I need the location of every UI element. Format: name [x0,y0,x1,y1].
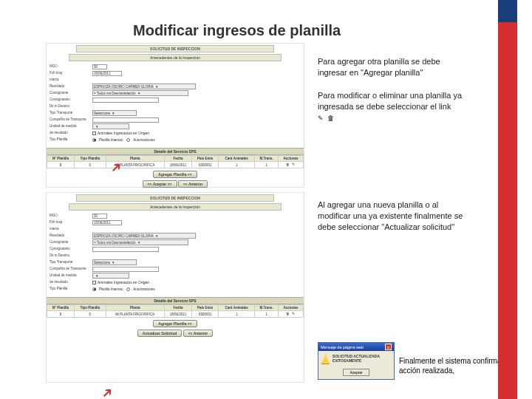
warning-icon [321,354,330,364]
close-icon[interactable]: × [385,344,392,350]
td-np-b: 8 [47,311,75,318]
mgo-input[interactable]: 30 [92,64,107,69]
detail-band-b: Detalle del Servicio SPS [47,297,304,304]
agregar-button[interactable]: Agregar Planilla >> [153,171,197,178]
consignatario-input-b[interactable] [92,247,159,252]
th-cant-b: Cant Animales [219,305,255,311]
td-mt: 1 [255,162,279,168]
form-area-b: MGO Fch.Insp. marca Resultado Consignant… [48,212,302,295]
td-pais: 6300001 [192,162,219,168]
th-mt: M.Trans. [255,156,279,162]
fecha-input[interactable]: 15/06/2011 [92,71,122,76]
origen-label: Animales Ingresados en Origen [98,131,149,135]
lbl-marca: marca [50,78,91,84]
section-label: Antecedentes de la Inspección [69,54,282,61]
fecha-input-b[interactable]: 15/06/2011 [92,220,122,225]
lbl-compania: Compañía de Transporte [50,117,91,124]
consignante-select-b[interactable]: = Todos vía Desmantelación [92,239,188,245]
dialog-accept-button[interactable]: Aceptar [343,369,369,376]
lbl-consignante-b: Consignante [50,240,91,247]
th-acc: Acciones [278,156,303,162]
mgo-input-b[interactable]: 30 [92,214,107,219]
radio-internac-label-b: Planilla Internac. [99,287,123,291]
lbl-resultado2: de resultado [50,131,91,137]
consignante-select[interactable]: = Todos vía Desmantelación [92,90,188,96]
brand-blue [498,0,517,22]
form-field-col-b: 30 15/06/2011 ESPINOZA OSORIO CARMEN GLO… [92,212,302,295]
origen-checkbox[interactable] [92,132,96,135]
brand-red [498,22,517,399]
radio-autoriz-b[interactable] [126,287,130,291]
anterior-button[interactable]: << Anterior [178,180,208,188]
table-row-b: 8 0 Mi PLANTA FRIGORIFICA 18/06/2011 630… [47,311,304,318]
td-fecha-b: 18/06/2011 [164,311,191,318]
lbl-destino-b: Dir.m.Destino [50,253,91,260]
td-planta-b: Mi PLANTA FRIGORIFICA [106,311,164,318]
compania-input-b[interactable] [92,267,159,272]
unidad-select-b[interactable] [92,273,129,279]
th-acc-b: Acciones [278,305,303,311]
dialog-title-text: Mensaje de página web [321,345,364,349]
td-cant-b: 1 [219,311,255,318]
radio-internac-b[interactable] [92,287,96,291]
transporte-select-b[interactable]: Seleccione [92,259,137,265]
radio-autoriz[interactable] [126,138,130,142]
lbl-unidad: Unidad de medida [50,124,91,131]
transporte-select[interactable]: Seleccione [92,110,137,116]
anterior-button-b[interactable]: << Anterior [183,330,214,337]
th-fecha-b: Fecha [164,305,191,311]
td-acc-b: 🗑 ✎ [278,311,303,318]
planilla-table-b: N° Planilla Tipo Planilla Planta Fecha P… [47,304,304,318]
row-pencil-icon[interactable]: ✎ [291,163,296,167]
lbl-consignatario-b: Consignatario [50,247,91,253]
trash-icon: 🗑 [327,114,335,121]
row-trash-icon-b[interactable]: 🗑 [285,312,290,316]
td-tipo-b: 0 [74,311,106,318]
lbl-unidad-b: Unidad de medida [50,273,91,280]
form-header-b: SOLICITUD DE INSPECCION [76,194,274,202]
th-mt-b: M.Trans. [255,305,279,311]
lbl-tipoplanilla: Tipo Planilla [50,137,91,144]
resultado-select[interactable]: ESPINOZA OSORIO CARMEN GLORIA [92,83,196,89]
lbl-mgo: MGO [50,64,91,71]
form-header: SOLICITUD DE INSPECCION [76,45,274,52]
lbl-resultado2-b: de resultado [50,280,91,287]
th-pais: País Emis [192,156,219,162]
lbl-marca-b: marca [50,227,91,233]
consignatario-input[interactable] [92,98,159,103]
confirm-dialog: Mensaje de página web × SOLICITUD ACTUAL… [318,342,395,380]
row-trash-icon[interactable]: 🗑 [285,163,290,167]
td-tipo: 0 [74,162,106,168]
section-label-b: Antecedentes de la Inspección [69,203,282,211]
unidad-select[interactable] [92,123,129,129]
resultado-select-b[interactable]: ESPINOZA OSORIO CARMEN GLORIA [92,233,196,239]
th-np-b: N° Planilla [47,305,75,311]
radio-autoriz-label: Autorizaciones [133,138,155,142]
page-title: Modificar ingresos de planilla [133,22,341,39]
td-fecha: 18/06/2011 [164,162,191,168]
note-modificar: Para modificar o eliminar una planilla y… [318,90,466,123]
radio-autoriz-label-b: Autorizaciones [133,287,155,291]
origen-checkbox-b[interactable] [92,281,96,284]
table-row: 8 0 Mi PLANTA FRIGORIFICA 18/06/2011 630… [47,162,304,168]
note-confirma: Finalmente el sistema confirma la acción… [399,356,510,375]
th-cant: Cant Animales [219,156,255,162]
th-tipo: Tipo Planilla [74,156,106,162]
detail-band: Detalle del Servicio SPS [47,148,304,155]
lbl-fecha: Fch.Insp. [50,71,91,78]
compania-input[interactable] [92,117,159,123]
td-cant: 1 [219,162,255,168]
agregar-button-b[interactable]: Agregar Planilla >> [153,320,197,327]
origen-label-b: Animales Ingresados en Origen [98,280,149,284]
note-actualizar: Al agregar una nueva planilla o al modif… [318,200,466,233]
actualizar-button[interactable]: Actualizar Solicitud [137,330,182,337]
note-modificar-text: Para modificar o eliminar una planilla y… [318,91,462,111]
row-pencil-icon-b[interactable]: ✎ [291,312,296,316]
lbl-transporte: Tipo Transporte [50,111,91,117]
brand-stripe [498,0,517,399]
arrow-icon: ➔ [98,383,117,399]
radio-internac[interactable] [92,138,96,142]
form-field-col: 30 15/06/2011 ESPINOZA OSORIO CARMEN GLO… [92,63,302,146]
aceptar-button[interactable]: << Aceptar >> [143,180,177,188]
dialog-titlebar: Mensaje de página web × [318,343,394,351]
